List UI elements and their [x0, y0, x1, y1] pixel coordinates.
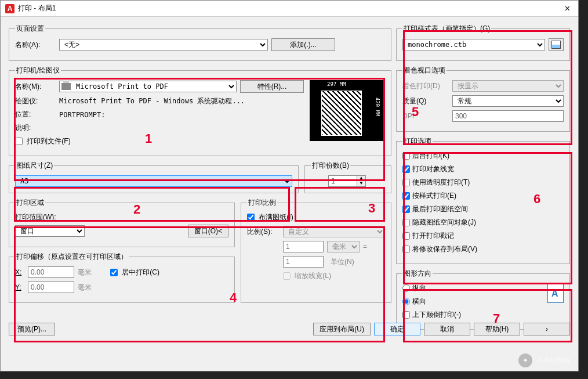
apply-layout-button[interactable]: 应用到布局(U) — [313, 323, 371, 335]
print-to-file-checkbox[interactable] — [15, 138, 23, 145]
paper-preview: 297 MM 420 MM — [310, 80, 385, 141]
opt-stamp[interactable]: 打开打印戳记 — [402, 231, 454, 241]
shade-plot-label: 着色打印(D) — [402, 81, 449, 91]
fit-to-paper-label[interactable]: 布满图纸(I) — [247, 212, 293, 222]
offset-y-input[interactable] — [28, 281, 74, 293]
location-label: 位置: — [15, 110, 56, 120]
plot-scale-legend: 打印比例 — [247, 198, 277, 208]
plot-options-group: 打印选项 后台打印(K) 打印对象线宽 使用透明度打印(T) 按样式打印(E) … — [396, 136, 570, 264]
page-setup-legend: 页面设置 — [15, 24, 45, 34]
shaded-viewport-group: 着色视口选项 着色打印(D) 按显示 质量(Q) 常规 DPI — [396, 66, 570, 132]
orient-portrait[interactable]: 纵向 — [402, 283, 426, 293]
preview-button[interactable]: 预览(P)... — [9, 323, 55, 335]
add-button[interactable]: 添加(.)... — [271, 38, 335, 51]
opt-styles[interactable]: 按样式打印(E) — [402, 191, 456, 201]
app-logo: A — [5, 4, 14, 13]
plotter-value: Microsoft Print To PDF - Windows 系统驱动程..… — [59, 96, 245, 106]
titlebar: A 打印 - 布局1 × — [1, 1, 578, 17]
expand-button[interactable]: › — [524, 323, 570, 335]
window-title: 打印 - 布局1 — [18, 3, 561, 13]
scale-select[interactable]: 自定义 — [283, 226, 385, 237]
orient-upside[interactable]: 上下颠倒打印(-) — [402, 310, 461, 320]
plot-offset-legend: 打印偏移（原点设置在可打印区域） — [15, 252, 129, 262]
dpi-label: DPI — [402, 112, 449, 120]
page-setup-group: 页面设置 名称(A): <无> 添加(.)... — [9, 24, 391, 61]
preview-height: 420 MM — [375, 98, 380, 117]
quality-select[interactable]: 常规 — [452, 95, 564, 107]
opt-trans[interactable]: 使用透明度打印(T) — [402, 178, 470, 187]
plot-area-group: 打印区域 打印范围(W): 窗口 窗口(O)< — [9, 198, 235, 247]
style-table-group: 打印样式表（画笔指定）(G) monochrome.ctb — [396, 24, 570, 61]
center-plot-checkbox[interactable] — [110, 269, 118, 276]
copies-group: 打印份数(B) ▲▼ — [304, 161, 391, 193]
scale-lw-label[interactable]: 缩放线宽(L) — [283, 271, 331, 281]
plot-what-select[interactable]: 窗口 — [15, 225, 85, 237]
ok-button[interactable]: 确定 — [374, 323, 420, 335]
style-table-select[interactable]: monochrome.ctb — [402, 39, 545, 50]
style-table-legend: 打印样式表（画笔指定）(G) — [402, 24, 491, 34]
plot-what-label: 打印范围(W): — [15, 212, 228, 222]
opt-save[interactable]: 将修改保存到布局(V) — [402, 244, 477, 254]
scale-den-unit: 单位(N) — [331, 257, 354, 267]
fit-to-paper-checkbox[interactable] — [247, 214, 255, 221]
dpi-input[interactable] — [452, 110, 564, 122]
offset-y-unit: 毫米 — [78, 283, 92, 293]
shade-plot-select[interactable]: 按显示 — [452, 80, 564, 92]
scale-num-unit-select[interactable]: 毫米 — [327, 241, 360, 252]
plot-area-legend: 打印区域 — [15, 198, 45, 208]
offset-x-unit: 毫米 — [78, 268, 92, 277]
printer-name-label: 名称(M): — [15, 82, 56, 92]
orientation-legend: 图形方向 — [402, 269, 433, 279]
printer-legend: 打印机/绘图仪 — [15, 66, 61, 75]
window-pick-button[interactable]: 窗口(O)< — [188, 225, 228, 237]
orient-landscape[interactable]: 横向 — [402, 297, 426, 306]
print-to-file-label[interactable]: 打印到文件(F) — [15, 136, 71, 146]
plot-offset-group: 打印偏移（原点设置在可打印区域） X: 毫米 居中打印(C) — [9, 252, 235, 303]
offset-x-input[interactable] — [28, 266, 74, 278]
paper-size-legend: 图纸尺寸(Z) — [15, 161, 54, 171]
opt-bg[interactable]: 后台打印(K) — [402, 151, 449, 161]
chevron-right-icon: › — [546, 325, 548, 333]
page-name-select[interactable]: <无> — [59, 39, 268, 50]
plotter-label: 绘图仪: — [15, 96, 56, 106]
location-value: PORTPROMPT: — [59, 111, 105, 119]
style-table-edit-button[interactable] — [549, 38, 564, 51]
printer-props-button[interactable]: 特性(R)... — [240, 80, 304, 93]
opt-paperspace[interactable]: 最后打印图纸空间 — [402, 204, 468, 214]
scale-num-input[interactable] — [283, 241, 324, 252]
offset-y-label: Y: — [15, 283, 24, 291]
copies-spinner[interactable]: ▲▼ — [357, 175, 366, 187]
center-plot-label[interactable]: 居中打印(C) — [110, 268, 159, 277]
copies-legend: 打印份数(B) — [311, 161, 350, 171]
table-edit-icon — [551, 41, 561, 49]
preview-width: 297 MM — [327, 81, 346, 87]
quality-label: 质量(Q) — [402, 96, 449, 106]
shaded-legend: 着色视口选项 — [402, 66, 447, 75]
printer-icon — [61, 83, 71, 90]
cancel-button[interactable]: 取消 — [424, 323, 470, 335]
opt-lw[interactable]: 打印对象线宽 — [402, 164, 454, 174]
watermark: ✦ 小小绘图院 — [518, 353, 571, 367]
scale-lw-checkbox[interactable] — [283, 272, 291, 280]
printer-name-select[interactable]: Microsoft Print to PDF — [59, 81, 237, 92]
scale-label: 比例(S): — [247, 227, 280, 237]
scale-den-input[interactable] — [283, 256, 324, 268]
plot-options-legend: 打印选项 — [402, 136, 433, 146]
page-name-label: 名称(A): — [15, 40, 56, 50]
desc-label: 说明: — [15, 123, 56, 133]
paper-size-select[interactable]: A3 — [15, 175, 292, 187]
printer-group: 打印机/绘图仪 名称(M): Microsoft Print to PDF 特性 — [9, 66, 391, 156]
copies-input[interactable] — [328, 175, 357, 187]
wechat-icon: ✦ — [518, 353, 532, 367]
opt-hide[interactable]: 隐藏图纸空间对象(J) — [402, 218, 476, 228]
offset-x-label: X: — [15, 268, 24, 276]
paper-size-group: 图纸尺寸(Z) A3 — [9, 161, 299, 193]
close-icon[interactable]: × — [561, 3, 574, 14]
equals-icon: = — [363, 243, 367, 251]
orientation-icon — [547, 283, 564, 303]
orientation-group: 图形方向 纵向 横向 上下颠倒打印(-) — [396, 269, 570, 330]
